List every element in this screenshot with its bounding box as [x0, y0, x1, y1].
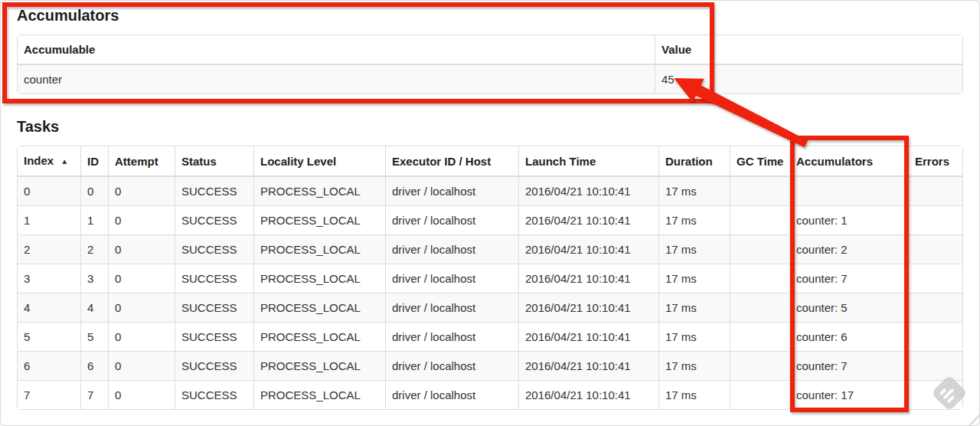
cell-id: 1 [81, 206, 109, 235]
cell-status: SUCCESS [175, 235, 254, 264]
tasks-section-title: Tasks [17, 118, 963, 136]
column-header-value: Value [655, 35, 963, 65]
tasks-table-wrap: Index▲IDAttemptStatusLocality LevelExecu… [17, 146, 963, 410]
cell-accumulators: counter: 6 [790, 323, 909, 352]
cell-errors [909, 381, 963, 410]
cell-launch-time: 2016/04/21 10:10:41 [519, 264, 659, 293]
page-content: Accumulators AccumulableValuecounter45 T… [0, 0, 980, 410]
table-row: 110SUCCESSPROCESS_LOCALdriver / localhos… [18, 206, 963, 235]
cell-executor-id-host: driver / localhost [386, 323, 519, 352]
cell-errors [909, 264, 963, 293]
cell-executor-id-host: driver / localhost [386, 235, 519, 264]
cell-accumulators [790, 176, 909, 206]
cell-index: 2 [18, 235, 81, 264]
cell-gc-time [730, 235, 790, 264]
column-header-attempt[interactable]: Attempt [109, 146, 175, 177]
accumulators-table: AccumulableValuecounter45 [17, 34, 963, 94]
column-header-duration[interactable]: Duration [659, 146, 730, 177]
cell-locality-level: PROCESS_LOCAL [254, 323, 386, 352]
cell-locality-level: PROCESS_LOCAL [254, 235, 386, 264]
cell-status: SUCCESS [175, 264, 254, 293]
cell-id: 5 [81, 323, 109, 352]
cell-value: 45 [655, 64, 963, 94]
cell-duration: 17 ms [659, 381, 730, 410]
column-header-label: Value [662, 43, 691, 56]
column-header-launch-time[interactable]: Launch Time [519, 146, 659, 177]
cell-status: SUCCESS [175, 352, 254, 381]
cell-accumulators: counter: 5 [790, 293, 909, 323]
table-row: counter45 [18, 64, 963, 94]
column-header-label: Accumulators [796, 155, 873, 168]
cell-gc-time [730, 352, 790, 381]
column-header-errors[interactable]: Errors [909, 146, 963, 177]
cell-executor-id-host: driver / localhost [386, 293, 519, 323]
table-row: 440SUCCESSPROCESS_LOCALdriver / localhos… [18, 293, 963, 323]
column-header-locality-level[interactable]: Locality Level [254, 146, 386, 177]
cell-launch-time: 2016/04/21 10:10:41 [519, 293, 659, 323]
cell-attempt: 0 [109, 352, 175, 381]
table-row: 220SUCCESSPROCESS_LOCALdriver / localhos… [18, 235, 963, 264]
cell-attempt: 0 [109, 264, 175, 293]
table-row: 330SUCCESSPROCESS_LOCALdriver / localhos… [18, 264, 963, 293]
column-header-status[interactable]: Status [175, 146, 254, 177]
cell-id: 6 [81, 352, 109, 381]
cell-id: 2 [81, 235, 109, 264]
spark-ui-stage-page: Accumulators AccumulableValuecounter45 T… [0, 0, 980, 426]
cell-attempt: 0 [109, 293, 175, 323]
cell-launch-time: 2016/04/21 10:10:41 [519, 206, 659, 235]
cell-gc-time [730, 381, 790, 410]
cell-id: 7 [81, 381, 109, 410]
cell-accumulators: counter: 7 [790, 264, 909, 293]
cell-index: 6 [18, 352, 81, 381]
cell-duration: 17 ms [659, 293, 730, 323]
cell-duration: 17 ms [659, 352, 730, 381]
cell-gc-time [730, 293, 790, 323]
column-header-label: ID [87, 155, 99, 168]
column-header-id[interactable]: ID [81, 146, 109, 177]
cell-errors [909, 293, 963, 323]
cell-accumulators: counter: 7 [790, 352, 909, 381]
table-row: 550SUCCESSPROCESS_LOCALdriver / localhos… [18, 323, 963, 352]
cell-locality-level: PROCESS_LOCAL [254, 264, 386, 293]
column-header-label: Status [181, 155, 217, 168]
cell-executor-id-host: driver / localhost [386, 264, 519, 293]
accumulators-section-title: Accumulators [17, 7, 963, 25]
cell-executor-id-host: driver / localhost [386, 352, 519, 381]
column-header-executor-id-host[interactable]: Executor ID / Host [386, 146, 519, 177]
cell-attempt: 0 [109, 206, 175, 235]
column-header-label: Accumulable [24, 43, 95, 56]
cell-accumulable: counter [18, 64, 655, 94]
cell-gc-time [730, 323, 790, 352]
cell-errors [909, 176, 963, 206]
table-row: 000SUCCESSPROCESS_LOCALdriver / localhos… [18, 176, 963, 206]
cell-executor-id-host: driver / localhost [386, 381, 519, 410]
column-header-accumulators[interactable]: Accumulators [790, 146, 909, 177]
column-header-label: Duration [665, 155, 713, 168]
column-header-label: GC Time [737, 155, 783, 168]
cell-duration: 17 ms [659, 235, 730, 264]
cell-status: SUCCESS [175, 176, 254, 206]
cell-locality-level: PROCESS_LOCAL [254, 206, 386, 235]
cell-errors [909, 323, 963, 352]
column-header-label: Locality Level [260, 155, 336, 168]
cell-attempt: 0 [109, 323, 175, 352]
column-header-label: Index [24, 154, 54, 167]
cell-accumulators: counter: 2 [790, 235, 909, 264]
cell-attempt: 0 [109, 235, 175, 264]
cell-launch-time: 2016/04/21 10:10:41 [519, 323, 659, 352]
cell-gc-time [730, 264, 790, 293]
accumulators-table-wrap: AccumulableValuecounter45 [17, 34, 963, 94]
cell-index: 7 [18, 381, 81, 410]
column-header-index[interactable]: Index▲ [18, 146, 81, 177]
cell-accumulators: counter: 1 [790, 206, 909, 235]
column-header-label: Attempt [115, 155, 158, 168]
sort-ascending-icon: ▲ [60, 157, 68, 165]
cell-executor-id-host: driver / localhost [386, 206, 519, 235]
cell-errors [909, 352, 963, 381]
cell-errors [909, 206, 963, 235]
cell-id: 4 [81, 293, 109, 323]
cell-locality-level: PROCESS_LOCAL [254, 293, 386, 323]
column-header-gc-time[interactable]: GC Time [730, 146, 790, 177]
tasks-table: Index▲IDAttemptStatusLocality LevelExecu… [17, 146, 963, 410]
cell-gc-time [730, 176, 790, 206]
